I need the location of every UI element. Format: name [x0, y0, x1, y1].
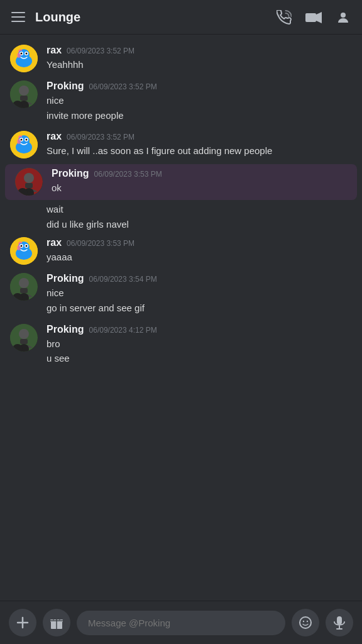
message-group: rax 06/09/2023 3:53 PM yaaaa [0, 233, 362, 269]
svg-point-10 [17, 53, 21, 58]
message-author: Proking [47, 80, 84, 92]
message-timestamp: 06/09/2023 3:52 PM [67, 133, 134, 142]
svg-point-12 [19, 86, 29, 96]
message-content: Proking 06/09/2023 3:53 PM ok [52, 168, 347, 196]
avatar [10, 324, 38, 352]
message-content: rax 06/09/2023 3:52 PM Yeahhhh [47, 45, 352, 73]
add-button[interactable] [9, 609, 36, 636]
message-author: rax [47, 237, 62, 248]
message-author: Proking [52, 168, 89, 179]
message-group: rax 06/09/2023 3:52 PM Yeahhhh [0, 41, 362, 77]
message-author: rax [47, 45, 62, 56]
svg-point-35 [26, 245, 28, 247]
bottom-bar [0, 601, 362, 644]
svg-rect-26 [25, 183, 33, 188]
header-actions [277, 9, 351, 25]
message-text: Yeahhhh [47, 58, 352, 72]
messages-area: rax 06/09/2023 3:52 PM Yeahhhh Proking 0… [0, 35, 362, 601]
message-timestamp: 06/09/2023 3:52 PM [89, 82, 157, 91]
svg-marker-1 [316, 12, 322, 23]
svg-point-2 [341, 13, 346, 18]
message-input[interactable] [77, 611, 285, 635]
video-icon[interactable] [305, 9, 322, 25]
message-text: invite more people [47, 109, 352, 123]
svg-point-55 [307, 621, 308, 622]
avatar [10, 237, 38, 265]
gift-button[interactable] [43, 609, 70, 636]
mic-button[interactable] [326, 609, 353, 636]
svg-point-54 [303, 621, 304, 622]
message-content: Proking 06/09/2023 3:54 PM nice go in se… [47, 273, 352, 316]
svg-point-43 [19, 329, 29, 339]
avatar [10, 273, 38, 301]
message-content: Proking 06/09/2023 3:52 PM nice invite m… [47, 80, 352, 124]
message-text: Sure, I will ..as soon as I figure out a… [47, 144, 352, 158]
message-content: Proking 06/09/2023 4:12 PM bro u see [47, 324, 352, 367]
message-timestamp: 06/09/2023 4:12 PM [89, 326, 157, 335]
message-group-highlighted: Proking 06/09/2023 3:53 PM ok [5, 164, 357, 200]
message-group: Proking 06/09/2023 4:12 PM bro u see [0, 320, 362, 371]
svg-point-22 [26, 139, 28, 141]
message-text: nice [47, 94, 352, 108]
person-icon[interactable] [336, 9, 351, 25]
svg-point-8 [21, 53, 23, 55]
message-author: Proking [47, 273, 84, 284]
svg-point-36 [17, 245, 21, 250]
message-content: rax 06/09/2023 3:52 PM Sure, I will ..as… [47, 131, 352, 159]
message-group: Proking 06/09/2023 3:52 PM nice invite m… [0, 77, 362, 128]
svg-point-21 [21, 139, 23, 141]
avatar [10, 45, 38, 72]
channel-title: Lounge [35, 10, 277, 25]
svg-point-53 [300, 617, 311, 628]
message-text: bro [47, 337, 352, 351]
message-text: nice [47, 286, 352, 300]
message-timestamp: 06/09/2023 3:53 PM [67, 239, 134, 248]
message-text: go in server and see gif [47, 301, 352, 315]
message-content: rax 06/09/2023 3:53 PM yaaaa [47, 237, 352, 265]
message-text: wait [47, 203, 352, 216]
message-continuation: wait did u like girls navel [0, 201, 362, 234]
message-text: yaaaa [47, 250, 352, 264]
svg-rect-39 [20, 288, 28, 293]
svg-point-23 [17, 139, 21, 144]
emoji-button[interactable] [292, 609, 319, 636]
svg-rect-0 [305, 13, 316, 22]
svg-point-34 [21, 245, 23, 247]
message-timestamp: 06/09/2023 3:54 PM [89, 275, 157, 284]
svg-rect-13 [20, 96, 28, 101]
message-text: did u like girls navel [47, 218, 352, 231]
message-timestamp: 06/09/2023 3:53 PM [94, 170, 162, 179]
svg-point-25 [24, 173, 34, 183]
menu-button[interactable] [11, 12, 25, 22]
message-author: rax [47, 131, 62, 142]
svg-point-9 [26, 53, 28, 55]
svg-rect-56 [337, 616, 342, 625]
avatar [10, 80, 38, 108]
message-text: ok [52, 181, 347, 195]
svg-rect-44 [20, 339, 28, 344]
message-text: u see [47, 352, 352, 365]
message-author: Proking [47, 324, 84, 335]
message-timestamp: 06/09/2023 3:52 PM [67, 47, 134, 55]
message-group: Proking 06/09/2023 3:54 PM nice go in se… [0, 269, 362, 320]
message-group: rax 06/09/2023 3:52 PM Sure, I will ..as… [0, 127, 362, 163]
call-icon[interactable] [277, 9, 292, 25]
header: Lounge [0, 0, 362, 35]
svg-point-38 [19, 278, 29, 288]
avatar [10, 131, 38, 158]
avatar [15, 168, 43, 196]
